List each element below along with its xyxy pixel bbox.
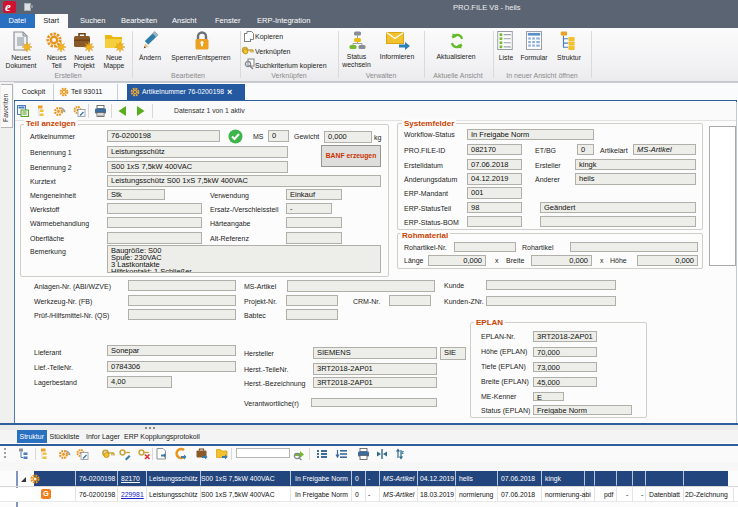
svg-text:z: z [401, 449, 404, 455]
